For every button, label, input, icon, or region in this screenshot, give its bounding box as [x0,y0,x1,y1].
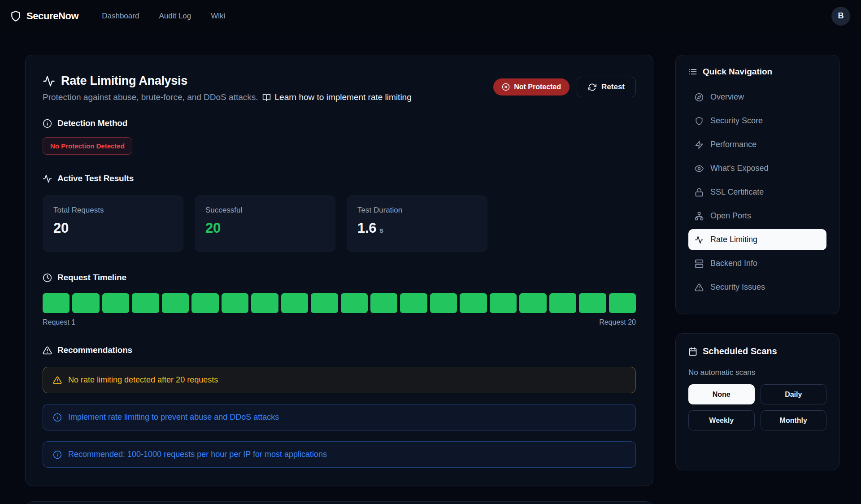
timeline-block-success [430,293,457,313]
stat-card-test-duration: Test Duration1.6s [347,195,487,252]
sidebar-item-rate-limiting[interactable]: Rate Limiting [688,229,826,250]
sidebar-item-performance[interactable]: Performance [688,134,826,155]
timeline-end-label: Request 20 [599,318,636,326]
timeline-block-success [341,293,368,313]
activity-icon [43,75,55,87]
scan-option-weekly[interactable]: Weekly [688,410,755,430]
status-badge-text: Not Protected [514,83,561,91]
nav-link-wiki[interactable]: Wiki [211,12,225,21]
timeline-block-success [222,293,248,313]
page-content: Rate Limiting Analysis Protection agains… [0,32,861,486]
lock-icon [695,188,704,197]
recommendation-info: Implement rate limiting to prevent abuse… [43,404,636,430]
stat-unit: s [379,226,383,234]
sidebar-item-ssl-certificate[interactable]: SSL Certificate [688,182,826,203]
panel-title-group: Rate Limiting Analysis Protection agains… [43,74,412,102]
timeline-block-success [519,293,546,313]
timeline-heading-text: Request Timeline [57,273,126,282]
sidebar-item-overview[interactable]: Overview [688,87,826,108]
panel-header: Rate Limiting Analysis Protection agains… [43,74,636,102]
timeline-block-success [43,293,70,313]
recommendation-text: Implement rate limiting to prevent abuse… [68,413,279,422]
page-subtitle: Protection against abuse, brute-force, a… [43,92,412,102]
scan-frequency-options: NoneDailyWeeklyMonthly [688,384,826,430]
clock-icon [43,273,52,282]
header-actions: Not Protected Retest [493,77,636,97]
recommendations-list: No rate limiting detected after 20 reque… [43,367,636,468]
scheduled-scans-title: Scheduled Scans [703,346,777,356]
brand[interactable]: SecureNow [10,10,78,22]
nav-link-audit-log[interactable]: Audit Log [159,12,191,21]
right-sidebar: Quick Navigation OverviewSecurity ScoreP… [675,55,839,470]
detection-method-section: Detection Method No Protection Detected [43,118,636,174]
next-panel-edge [25,501,653,504]
list-icon [688,67,697,76]
retest-button-label: Retest [601,83,625,91]
sidebar-item-label: Security Score [710,116,763,126]
stat-label: Test Duration [357,206,477,215]
sidebar-item-label: Security Issues [710,282,765,292]
user-avatar[interactable]: B [831,7,850,26]
timeline-block-success [162,293,189,313]
top-nav-links: DashboardAudit LogWiki [102,12,831,21]
shield-logo-icon [10,10,22,22]
timeline-block-success [579,293,606,313]
sidebar-item-open-ports[interactable]: Open Ports [688,205,826,226]
book-open-icon [262,93,271,102]
info-icon [53,450,62,459]
sidebar-item-security-issues[interactable]: Security Issues [688,277,826,298]
quick-navigation-card: Quick Navigation OverviewSecurity ScoreP… [675,55,839,314]
recommendations-heading-text: Recommendations [57,345,132,355]
timeline-block-success [311,293,338,313]
sidebar-item-label: SSL Certificate [710,187,764,197]
timeline-labels: Request 1 Request 20 [43,318,636,326]
alert-triangle-icon [53,376,62,385]
sidebar-item-security-score[interactable]: Security Score [688,110,826,131]
recommendation-warning: No rate limiting detected after 20 reque… [43,367,636,393]
scan-option-monthly[interactable]: Monthly [761,410,827,430]
zap-icon [695,140,704,149]
request-timeline-heading: Request Timeline [43,273,636,282]
sidebar-item-label: Overview [710,92,744,102]
scheduled-scans-header: Scheduled Scans [688,346,826,356]
avatar-initial: B [838,11,844,21]
sidebar-item-label: Performance [710,140,757,149]
timeline-block-success [132,293,159,313]
timeline-start-label: Request 1 [43,318,75,326]
subtitle-text: Protection against abuse, brute-force, a… [43,92,258,102]
no-protection-badge: No Protection Detected [43,137,132,155]
learn-rate-limiting-link[interactable]: Learn how to implement rate limiting [262,92,412,102]
timeline-block-success [72,293,99,313]
timeline-block-success [251,293,278,313]
alert-triangle-icon [695,283,704,292]
shield-icon [695,117,704,126]
active-test-results-heading: Active Test Results [43,174,636,183]
quick-navigation-header: Quick Navigation [688,67,826,77]
scan-option-daily[interactable]: Daily [761,384,827,404]
timeline-block-success [400,293,427,313]
recommendations-section: Recommendations No rate limiting detecte… [43,345,636,468]
calendar-icon [688,347,697,356]
sidebar-item-label: Rate Limiting [710,235,757,244]
status-badge: Not Protected [493,78,570,96]
top-nav-bar: SecureNow DashboardAudit LogWiki B [0,0,861,32]
stat-value: 20 [205,220,325,236]
scan-status-text: No automatic scans [688,368,826,377]
info-icon [43,119,52,128]
x-circle-icon [502,83,510,91]
stat-label: Total Requests [53,206,173,215]
nav-link-dashboard[interactable]: Dashboard [102,12,139,21]
recommendation-text: No rate limiting detected after 20 reque… [68,375,218,385]
sidebar-item-backend-info[interactable]: Backend Info [688,253,826,274]
info-icon [53,413,62,422]
page-title-text: Rate Limiting Analysis [61,74,187,88]
scan-option-none[interactable]: None [688,384,755,404]
sidebar-item-label: Open Ports [710,211,751,221]
retest-button[interactable]: Retest [577,77,636,97]
sidebar-item-what-s-exposed[interactable]: What's Exposed [688,158,826,179]
page-title: Rate Limiting Analysis [43,74,412,88]
active-test-results-section: Active Test Results Total Requests20Succ… [43,174,636,252]
timeline-block-success [191,293,218,313]
timeline-block-success [490,293,517,313]
timeline-block-success [460,293,487,313]
